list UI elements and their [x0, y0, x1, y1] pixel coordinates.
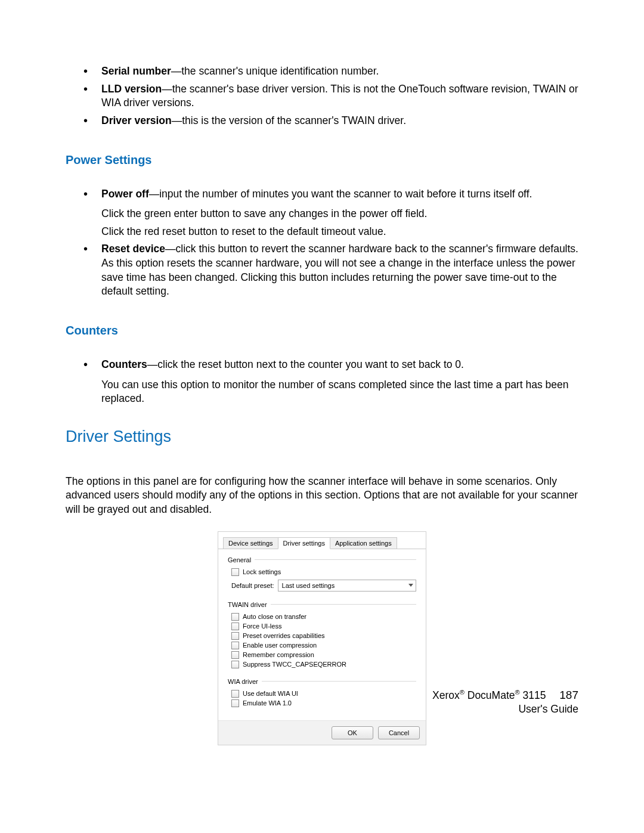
checkbox-label: Use default WIA UI	[243, 690, 298, 697]
term-desc: —the scanner's unique identification num…	[171, 65, 379, 77]
checkbox-preset-overrides[interactable]	[231, 632, 239, 640]
reg-mark: ®	[515, 689, 520, 696]
checkbox-label: Lock settings	[243, 568, 281, 575]
footer-guide: User's Guide	[432, 702, 578, 717]
checkbox-lock-settings[interactable]	[231, 568, 239, 576]
divider	[262, 681, 416, 682]
tab-device-settings[interactable]: Device settings	[223, 537, 278, 549]
tab-bar: Device settings Driver settings Applicat…	[218, 532, 426, 549]
list-item: Driver version—this is the version of th…	[83, 114, 578, 128]
power-list: Power off—input the number of minutes yo…	[66, 187, 578, 299]
term-desc: —this is the version of the scanner's TW…	[172, 114, 406, 126]
tab-driver-settings[interactable]: Driver settings	[278, 537, 330, 549]
list-item: Reset device—click this button to revert…	[83, 242, 578, 299]
term-desc: —click this button to revert the scanner…	[101, 243, 578, 297]
checkbox-label: Suppress TWCC_CAPSEQERROR	[243, 661, 346, 668]
group-twain: TWAIN driver Auto close on transfer Forc…	[228, 601, 416, 668]
body-text: Click the red reset button to reset to t…	[101, 225, 578, 239]
checkbox-label: Force UI-less	[243, 623, 281, 630]
combo-value: Last used settings	[282, 582, 335, 589]
divider	[271, 604, 416, 605]
footer-brand: Xerox	[432, 689, 460, 701]
list-item: Power off—input the number of minutes yo…	[83, 187, 578, 239]
body-text: You can use this option to monitor the n…	[101, 378, 578, 406]
checkbox-label: Auto close on transfer	[243, 613, 306, 620]
intro-text: The options in this panel are for config…	[66, 475, 578, 517]
heading-counters: Counters	[66, 324, 578, 337]
term-power-off: Power off	[101, 188, 149, 200]
group-title: TWAIN driver	[228, 601, 271, 608]
checkbox-suppress-twcc[interactable]	[231, 661, 239, 668]
page-number: 187	[559, 688, 578, 703]
group-wia: WIA driver Use default WIA UI Emulate WI…	[228, 678, 416, 707]
group-title: General	[228, 556, 255, 563]
default-preset-combo[interactable]: Last used settings	[278, 580, 416, 592]
checkbox-remember-compression[interactable]	[231, 651, 239, 659]
chevron-down-icon	[408, 584, 413, 587]
checkbox-enable-compression[interactable]	[231, 642, 239, 649]
footer-model: 3115	[520, 689, 546, 701]
tab-application-settings[interactable]: Application settings	[330, 537, 397, 549]
checkbox-force-uiless[interactable]	[231, 623, 239, 630]
group-title: WIA driver	[228, 678, 262, 685]
ok-button[interactable]: OK	[332, 726, 373, 739]
counters-list: Counters—click the reset button next to …	[66, 358, 578, 406]
driver-settings-dialog: Device settings Driver settings Applicat…	[218, 531, 426, 745]
list-item: Serial number—the scanner's unique ident…	[83, 64, 578, 79]
checkbox-label: Emulate WIA 1.0	[243, 699, 292, 707]
checkbox-label: Enable user compression	[243, 642, 317, 649]
definitions-list: Serial number—the scanner's unique ident…	[66, 64, 578, 128]
preset-label: Default preset:	[231, 582, 274, 589]
list-item: Counters—click the reset button next to …	[83, 358, 578, 406]
checkbox-emulate-wia[interactable]	[231, 699, 239, 707]
divider	[255, 559, 416, 560]
term-lld-version: LLD version	[101, 83, 162, 95]
heading-power-settings: Power Settings	[66, 153, 578, 167]
heading-driver-settings: Driver Settings	[66, 428, 578, 446]
checkbox-label: Preset overrides capabilities	[243, 632, 325, 639]
checkbox-default-wia-ui[interactable]	[231, 690, 239, 698]
list-item: LLD version—the scanner's base driver ve…	[83, 82, 578, 110]
term-counters: Counters	[101, 358, 147, 370]
page-footer: Xerox® DocuMate® 3115 187 User's Guide	[432, 688, 578, 717]
term-desc: —input the number of minutes you want th…	[149, 188, 532, 200]
checkbox-label: Remember compression	[243, 651, 314, 658]
footer-product: DocuMate	[465, 689, 515, 701]
term-reset-device: Reset device	[101, 243, 165, 255]
cancel-button[interactable]: Cancel	[378, 726, 420, 739]
term-serial-number: Serial number	[101, 65, 171, 77]
body-text: Click the green enter button to save any…	[101, 207, 578, 221]
reg-mark: ®	[460, 689, 465, 696]
checkbox-auto-close[interactable]	[231, 613, 239, 621]
term-driver-version: Driver version	[101, 114, 172, 126]
term-desc: —click the reset button next to the coun…	[147, 358, 464, 370]
term-desc: —the scanner's base driver version. This…	[101, 83, 578, 109]
group-general: General Lock settings Default preset: La…	[228, 556, 416, 592]
